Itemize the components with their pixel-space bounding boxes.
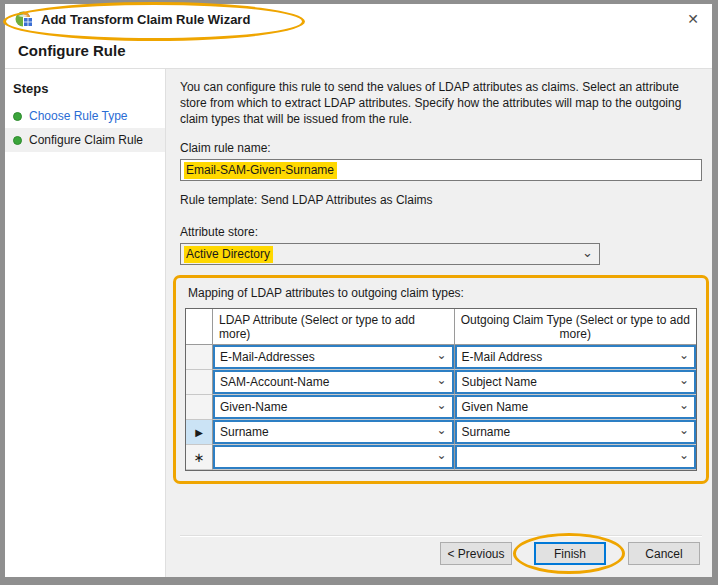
claim-rule-name-label: Claim rule name: (180, 141, 702, 155)
spacer (180, 484, 702, 535)
dropdown-value: E-Mail-Addresses (220, 350, 315, 364)
chevron-down-icon: ⌄ (436, 423, 446, 437)
ldap-attribute-dropdown[interactable]: Surname ⌄ (213, 420, 454, 444)
previous-button[interactable]: < Previous (440, 542, 512, 565)
chevron-down-icon: ⌄ (679, 348, 689, 362)
wizard-window: Add Transform Claim Rule Wizard ✕ Config… (5, 4, 712, 577)
dropdown-value: Surname (220, 425, 269, 439)
footer-button-bar: < Previous Finish Cancel (180, 535, 702, 577)
new-row-asterisk-icon: ∗ (194, 450, 205, 465)
ldap-attribute-dropdown[interactable]: E-Mail-Addresses ⌄ (213, 345, 454, 369)
chevron-down-icon: ⌄ (436, 448, 446, 462)
outgoing-claim-type-dropdown[interactable]: Given Name ⌄ (455, 395, 697, 419)
ldap-attribute-cell: SAM-Account-Name ⌄ (213, 370, 455, 395)
title-bar: Add Transform Claim Rule Wizard ✕ (5, 4, 712, 34)
row-selector[interactable] (186, 345, 213, 370)
step-item-choose-rule-type[interactable]: Choose Rule Type (5, 104, 165, 128)
rule-template-text: Rule template: Send LDAP Attributes as C… (180, 193, 702, 207)
steps-sidebar: Steps Choose Rule Type Configure Claim R… (5, 69, 166, 577)
column-header-ldap-attribute: LDAP Attribute (Select or type to add mo… (213, 309, 455, 345)
page-title: Configure Rule (5, 34, 712, 68)
outgoing-claim-type-cell: Given Name ⌄ (455, 395, 697, 420)
mapping-table: LDAP Attribute (Select or type to add mo… (185, 308, 697, 471)
chevron-down-icon: ⌄ (679, 398, 689, 412)
step-label: Choose Rule Type (29, 109, 128, 123)
row-selector[interactable] (186, 395, 213, 420)
ldap-attribute-dropdown[interactable]: SAM-Account-Name ⌄ (213, 370, 454, 394)
dropdown-value: Given Name (462, 400, 529, 414)
row-selector-header-cell (186, 309, 213, 345)
finish-button-wrap: Finish (523, 542, 617, 565)
close-button[interactable]: ✕ (678, 6, 708, 32)
attribute-store-value: Active Directory (184, 246, 273, 263)
close-icon: ✕ (687, 11, 699, 27)
new-row-selector[interactable]: ∗ (186, 445, 213, 470)
outgoing-claim-type-cell: ⌄ (455, 445, 697, 470)
dropdown-value: Given-Name (220, 400, 287, 414)
chevron-down-icon: ⌄ (679, 423, 689, 437)
ldap-attribute-cell: Surname ⌄ (213, 420, 455, 445)
dropdown-value: Subject Name (462, 375, 537, 389)
step-label: Configure Claim Rule (29, 133, 143, 147)
chevron-down-icon: ⌄ (436, 398, 446, 412)
ldap-attribute-cell: ⌄ (213, 445, 455, 470)
ldap-attribute-dropdown[interactable]: ⌄ (213, 445, 454, 469)
outgoing-claim-type-dropdown[interactable]: ⌄ (455, 445, 697, 469)
mapping-table-label: Mapping of LDAP attributes to outgoing c… (188, 286, 697, 300)
step-item-configure-claim-rule[interactable]: Configure Claim Rule (5, 128, 165, 152)
rule-description-text: You can configure this rule to send the … (180, 80, 702, 127)
steps-heading: Steps (5, 75, 165, 104)
ldap-attribute-cell: E-Mail-Addresses ⌄ (213, 345, 455, 370)
mapping-highlight-rectangle: Mapping of LDAP attributes to outgoing c… (173, 275, 709, 484)
row-selector-current[interactable]: ▶ (186, 420, 213, 445)
attribute-store-label: Attribute store: (180, 225, 702, 239)
chevron-down-icon: ⌄ (582, 245, 593, 260)
outgoing-claim-type-dropdown[interactable]: Surname ⌄ (455, 420, 697, 444)
outgoing-claim-type-dropdown[interactable]: Subject Name ⌄ (455, 370, 697, 394)
claim-rule-name-input[interactable]: Email-SAM-Given-Surname (180, 159, 702, 181)
window-title: Add Transform Claim Rule Wizard (41, 12, 250, 27)
column-header-outgoing-claim-type: Outgoing Claim Type (Select or type to a… (455, 309, 697, 345)
chevron-down-icon: ⌄ (679, 448, 689, 462)
dropdown-value: SAM-Account-Name (220, 375, 329, 389)
dropdown-value: Surname (462, 425, 511, 439)
row-selector[interactable] (186, 370, 213, 395)
step-complete-bullet-icon (13, 112, 22, 121)
outgoing-claim-type-cell: Subject Name ⌄ (455, 370, 697, 395)
chevron-down-icon: ⌄ (436, 348, 446, 362)
step-complete-bullet-icon (13, 136, 22, 145)
ldap-attribute-dropdown[interactable]: Given-Name ⌄ (213, 395, 454, 419)
dropdown-value: E-Mail Address (462, 350, 543, 364)
window-frame: Add Transform Claim Rule Wizard ✕ Config… (0, 0, 718, 585)
main-panel: You can configure this rule to send the … (166, 69, 712, 577)
content-area: Steps Choose Rule Type Configure Claim R… (5, 68, 712, 577)
chevron-down-icon: ⌄ (679, 373, 689, 387)
outgoing-claim-type-cell: E-Mail Address ⌄ (455, 345, 697, 370)
outgoing-claim-type-dropdown[interactable]: E-Mail Address ⌄ (455, 345, 697, 369)
finish-button[interactable]: Finish (534, 542, 606, 565)
cancel-button[interactable]: Cancel (628, 542, 700, 565)
ldap-attribute-cell: Given-Name ⌄ (213, 395, 455, 420)
wizard-app-icon (15, 11, 34, 28)
claim-rule-name-value: Email-SAM-Given-Surname (184, 162, 337, 179)
outgoing-claim-type-cell: Surname ⌄ (455, 420, 697, 445)
current-row-arrow-icon: ▶ (195, 427, 203, 438)
attribute-store-dropdown[interactable]: Active Directory ⌄ (180, 243, 600, 265)
chevron-down-icon: ⌄ (436, 373, 446, 387)
